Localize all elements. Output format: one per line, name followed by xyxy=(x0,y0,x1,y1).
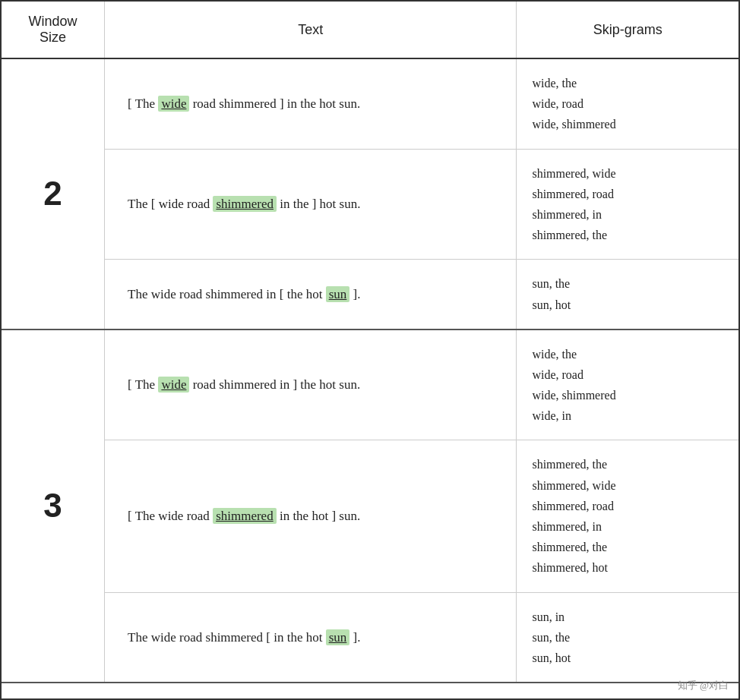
header-text: Text xyxy=(105,2,517,58)
text-cell: The wide road shimmered in [ the hot sun… xyxy=(105,260,517,330)
skipgrams-cell: wide, thewide, roadwide, shimmered xyxy=(517,58,738,149)
main-container: WindowSize Text Skip-grams 2[ The wide r… xyxy=(0,0,740,700)
skipgrams-cell: shimmered, wideshimmered, roadshimmered,… xyxy=(517,149,738,260)
window-size-2: 2 xyxy=(2,58,105,330)
text-cell: The [ wide road shimmered in the ] hot s… xyxy=(105,149,517,260)
skipgrams-cell: wide, thewide, roadwide, shimmeredwide, … xyxy=(517,330,738,440)
text-cell: [ The wide road shimmered in the hot ] s… xyxy=(105,440,517,592)
header-window-size: WindowSize xyxy=(2,2,105,58)
text-cell: The wide road shimmered [ in the hot sun… xyxy=(105,592,517,683)
table-container: WindowSize Text Skip-grams 2[ The wide r… xyxy=(0,0,740,700)
header-skipgrams: Skip-grams xyxy=(517,2,738,58)
skipgrams-cell: sun, insun, thesun, hot xyxy=(517,592,738,683)
text-cell: [ The wide road shimmered ] in the hot s… xyxy=(105,58,517,149)
skipgrams-cell: sun, thesun, hot xyxy=(517,260,738,330)
window-size-3: 3 xyxy=(2,330,105,683)
text-cell: [ The wide road shimmered in ] the hot s… xyxy=(105,330,517,440)
skipgrams-table: WindowSize Text Skip-grams 2[ The wide r… xyxy=(2,2,738,683)
skipgrams-cell: shimmered, theshimmered, wideshimmered, … xyxy=(517,440,738,592)
watermark: 知乎 @对白 xyxy=(678,679,729,692)
